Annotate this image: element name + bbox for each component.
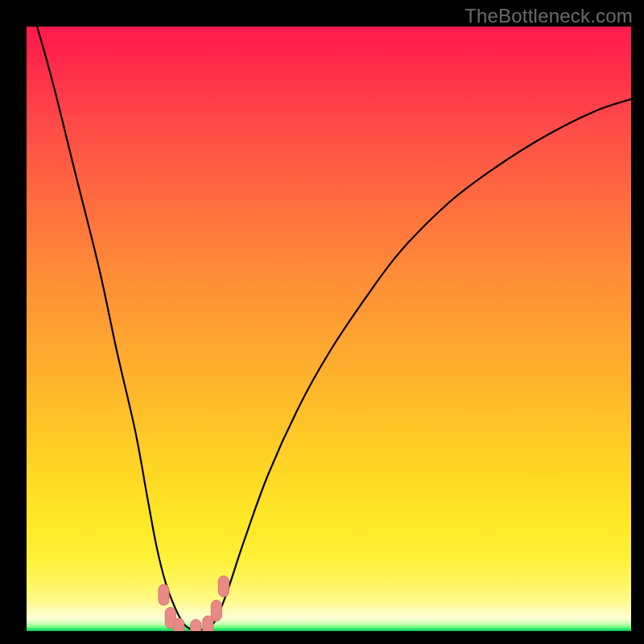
bottleneck-curve	[27, 27, 631, 631]
watermark-text: TheBottleneck.com	[464, 5, 633, 27]
curve-markers	[159, 576, 229, 631]
curve-marker	[159, 584, 169, 605]
curve-marker	[191, 620, 201, 632]
curve-marker	[174, 618, 184, 631]
curve-marker	[218, 576, 229, 597]
plot-area	[27, 27, 631, 631]
chart-frame: TheBottleneck.com	[0, 0, 644, 644]
chart-svg	[27, 27, 631, 631]
curve-marker	[211, 600, 221, 621]
